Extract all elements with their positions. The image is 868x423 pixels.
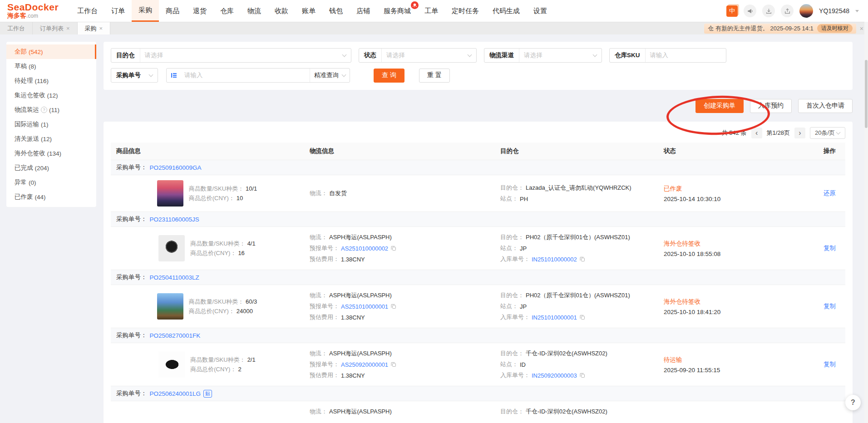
copy-order-link[interactable]: 复制 [824, 360, 839, 369]
copy-icon[interactable] [580, 315, 585, 320]
create-purchase-order-button[interactable]: 创建采购单 [695, 99, 744, 113]
warehouse-sku-input[interactable]: 仓库SKU 请输入 [609, 48, 726, 63]
sidebar-item-all[interactable]: 全部(542) [6, 44, 96, 59]
nav-item-logistics[interactable]: 物流 [241, 0, 268, 22]
sidebar-item-voided[interactable]: 已作废(44) [6, 190, 96, 204]
tab-close-icon[interactable]: × [99, 25, 103, 32]
status-filter-sidebar: 全部(542) 草稿(8) 待处理(116) 集运仓签收(12) 物流装运 ? … [6, 42, 96, 207]
notice-close-icon[interactable]: × [860, 25, 863, 32]
nav-item-bills[interactable]: 账单 [295, 0, 322, 22]
sidebar-item-overseas-signed[interactable]: 海外仓签收(134) [6, 146, 96, 161]
forecast-no-link[interactable]: AS251010000001 [341, 303, 388, 310]
product-thumbnail[interactable] [158, 351, 185, 378]
product-thumbnail[interactable] [157, 180, 183, 207]
copy-icon[interactable] [391, 304, 396, 309]
restore-link[interactable]: 还原 [824, 189, 839, 197]
copy-order-link[interactable]: 复制 [824, 302, 839, 310]
forecast-no-link[interactable]: AS250920000001 [341, 361, 388, 368]
forecast-no-link[interactable]: AS251010000002 [341, 245, 388, 252]
status-cell: 待运输 2025-09-20 11:55:15 [658, 348, 818, 381]
inbound-no-link[interactable]: IN251010000001 [532, 314, 577, 321]
nav-item-collection[interactable]: 收款 [268, 0, 295, 22]
po-group-header: 采购单号： PO2509160009GA [111, 160, 845, 175]
chevron-down-icon [342, 73, 346, 77]
copy-icon[interactable] [580, 256, 585, 262]
nav-item-scheduled-tasks[interactable]: 定时任务 [445, 0, 486, 22]
sidebar-item-pending[interactable]: 待处理(116) [6, 74, 96, 88]
first-inbound-apply-button[interactable]: 首次入仓申请 [798, 99, 853, 113]
sidebar-item-draft[interactable]: 草稿(8) [6, 59, 96, 74]
nav-item-code-generation[interactable]: 代码生成 [486, 0, 527, 22]
user-avatar[interactable] [799, 4, 813, 18]
tab-procurement[interactable]: 采购 × [78, 22, 111, 34]
nav-item-workbench[interactable]: 工作台 [70, 0, 104, 22]
nav-item-orders[interactable]: 订单 [104, 0, 132, 22]
scrollbar-track[interactable] [864, 22, 868, 423]
sidebar-item-logistics-shipment[interactable]: 物流装运 ? (11) [6, 103, 96, 117]
batch-input-icon[interactable] [171, 72, 177, 79]
precise-query-select[interactable]: 精准查询 [310, 69, 350, 82]
sidebar-item-international-transport[interactable]: 国际运输(1) [6, 117, 96, 132]
po-number-link[interactable]: PO2311060005JS [150, 216, 199, 223]
tab-order-list[interactable]: 订单列表 × [33, 22, 78, 34]
tab-close-icon[interactable]: × [66, 25, 70, 32]
prev-page-button[interactable]: ‹ [751, 128, 762, 138]
status-cell: 海外仓待签收 2025-10-10 18:41:20 [658, 290, 818, 323]
tab-workbench[interactable]: 工作台 [0, 22, 33, 34]
product-thumbnail[interactable] [158, 235, 185, 261]
nav-item-procurement[interactable]: 采购 [132, 0, 159, 22]
logistics-cell: 物流：自发货 [304, 180, 495, 207]
operation-cell: 复制 [818, 290, 845, 323]
nav-item-products[interactable]: 商品 [159, 0, 186, 22]
inbound-no-link[interactable]: IN250920000003 [532, 372, 577, 379]
status-select[interactable]: 状态 请选择 [359, 48, 477, 63]
logistics-channel-select[interactable]: 物流渠道 请选择 [484, 48, 602, 63]
copy-icon[interactable] [580, 373, 585, 378]
inbound-reservation-button[interactable]: 入库预约 [750, 99, 792, 113]
copy-icon[interactable] [391, 362, 396, 367]
announcement-icon[interactable] [744, 5, 756, 17]
product-thumbnail[interactable] [157, 293, 183, 320]
page-size-select[interactable]: 20条/页 [810, 127, 845, 139]
po-number-link[interactable]: PO2509160009GA [150, 164, 202, 171]
po-number-link[interactable]: PO2508270001FK [150, 332, 201, 339]
sidebar-item-consolidation-signed[interactable]: 集运仓签收(12) [6, 88, 96, 103]
export-share-icon[interactable] [781, 5, 794, 17]
username[interactable]: YQ192548 [819, 7, 849, 15]
search-button[interactable]: 查 询 [374, 69, 404, 83]
topbar-right: 中 YQ192548 [726, 0, 868, 22]
nav-item-wallet[interactable]: 钱包 [322, 0, 350, 22]
sidebar-item-abnormal[interactable]: 异常(0) [6, 175, 96, 190]
po-number-input[interactable]: 请输入 精准查询 [166, 68, 350, 83]
brand-logo[interactable]: SeaDocker 海多客.com [7, 0, 59, 22]
po-number-type-select[interactable]: 采购单号 [111, 68, 158, 83]
sidebar-item-completed[interactable]: 已完成(204) [6, 161, 96, 175]
destination-warehouse-select[interactable]: 目的仓 请选择 [111, 48, 351, 63]
copy-icon[interactable] [391, 246, 396, 251]
scrollbar-thumb[interactable] [865, 60, 868, 128]
nav-item-shops[interactable]: 店铺 [350, 0, 377, 22]
help-button[interactable]: ? [845, 395, 861, 410]
notice-action-badge[interactable]: 请及时核对 [817, 24, 853, 33]
nav-item-work-orders[interactable]: 工单 [418, 0, 445, 22]
next-page-button[interactable]: › [794, 128, 805, 138]
help-question-icon[interactable]: ? [41, 107, 47, 113]
nav-item-returns[interactable]: 退货 [186, 0, 213, 22]
operation-cell: 复制 [818, 348, 845, 381]
inbound-no-link[interactable]: IN251010000002 [532, 256, 577, 263]
notice-text: 仓 有新的无主件退货。 2025-09-25 14:1 [708, 25, 814, 33]
language-switch-icon[interactable]: 中 [726, 5, 738, 17]
sidebar-item-customs-delivery[interactable]: 清关派送(12) [6, 132, 96, 146]
download-icon[interactable] [762, 5, 775, 17]
nav-item-service-mall[interactable]: 服务商城 [377, 0, 418, 22]
reset-button[interactable]: 重 置 [419, 69, 450, 83]
po-number-link[interactable]: PO2506240001LG [150, 390, 201, 397]
nav-item-warehouse[interactable]: 仓库 [213, 0, 241, 22]
chevron-down-icon [836, 130, 841, 135]
chevron-down-icon [468, 53, 472, 57]
product-cell: 商品数量/SKU种类：4/1 商品总价(CNY)：16 [111, 232, 304, 265]
nav-item-settings[interactable]: 设置 [527, 0, 554, 22]
po-number-link[interactable]: PO2504110003LZ [150, 274, 199, 281]
copy-order-link[interactable]: 复制 [824, 244, 839, 252]
user-menu-caret-icon[interactable] [855, 10, 859, 12]
